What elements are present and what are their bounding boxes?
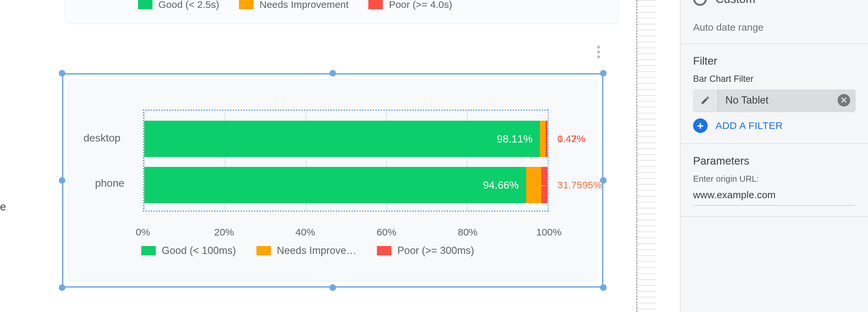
remove-filter-button[interactable]: ✕ xyxy=(832,90,856,111)
filter-sub-label: Bar Chart Filter xyxy=(693,74,856,84)
parameters-heading: Parameters xyxy=(693,155,856,167)
pencil-icon xyxy=(700,95,710,105)
filter-heading: Filter xyxy=(693,55,856,67)
filter-group: Filter Bar Chart Filter No Tablet ✕ + AD… xyxy=(681,44,868,144)
report-canvas[interactable]: e Good (< 2.5s) Needs Improvement Poor (… xyxy=(0,0,637,312)
resize-handle-tr[interactable] xyxy=(600,70,607,76)
resize-handle-br[interactable] xyxy=(600,284,607,291)
resize-handle-ml[interactable] xyxy=(59,177,65,184)
more-options-button[interactable] xyxy=(590,43,607,60)
resize-handle-bl[interactable] xyxy=(59,284,65,291)
radio-custom[interactable] xyxy=(693,0,707,6)
add-filter-label: ADD A FILTER xyxy=(715,120,783,131)
legend-swatch-good xyxy=(138,0,153,9)
date-range-group: Custom Auto date range xyxy=(681,0,868,44)
resize-handle-tm[interactable] xyxy=(330,70,336,76)
close-icon: ✕ xyxy=(838,94,850,107)
legend-label-poor: Poor (>= 4.0s) xyxy=(389,0,452,10)
plus-icon: + xyxy=(693,118,708,133)
upper-chart-card[interactable]: Good (< 2.5s) Needs Improvement Poor (>=… xyxy=(65,0,619,24)
legend-label-ni: Needs Improvement xyxy=(259,0,348,10)
edit-filter-button[interactable] xyxy=(693,90,718,111)
legend-swatch-ni xyxy=(239,0,253,9)
parameters-group: Parameters Enter origin URL: www.example… xyxy=(681,144,868,217)
resize-handle-bm[interactable] xyxy=(330,284,336,291)
properties-panel: Custom Auto date range Filter Bar Chart … xyxy=(680,0,868,312)
resize-handle-tl[interactable] xyxy=(59,70,65,76)
legend-swatch-poor xyxy=(368,0,383,9)
cropped-text-fragment: e xyxy=(0,201,6,213)
upper-legend: Good (< 2.5s) Needs Improvement Poor (>=… xyxy=(138,0,452,10)
param-field-label: Enter origin URL: xyxy=(693,174,856,184)
vertical-ruler xyxy=(636,0,656,312)
selection-outline xyxy=(62,73,603,287)
filter-chip[interactable]: No Tablet ✕ xyxy=(693,90,856,111)
resize-handle-mr[interactable] xyxy=(600,177,607,184)
legend-label-good: Good (< 2.5s) xyxy=(158,0,219,10)
origin-url-input[interactable]: www.example.com xyxy=(693,189,856,206)
selected-chart-container[interactable]: desktop phone 98.11% 1.42% 0.47% xyxy=(62,73,603,287)
radio-custom-label: Custom xyxy=(715,0,755,6)
add-filter-button[interactable]: + ADD A FILTER xyxy=(693,118,856,133)
filter-chip-label: No Tablet xyxy=(718,90,832,111)
auto-date-range-link[interactable]: Auto date range xyxy=(693,22,856,33)
